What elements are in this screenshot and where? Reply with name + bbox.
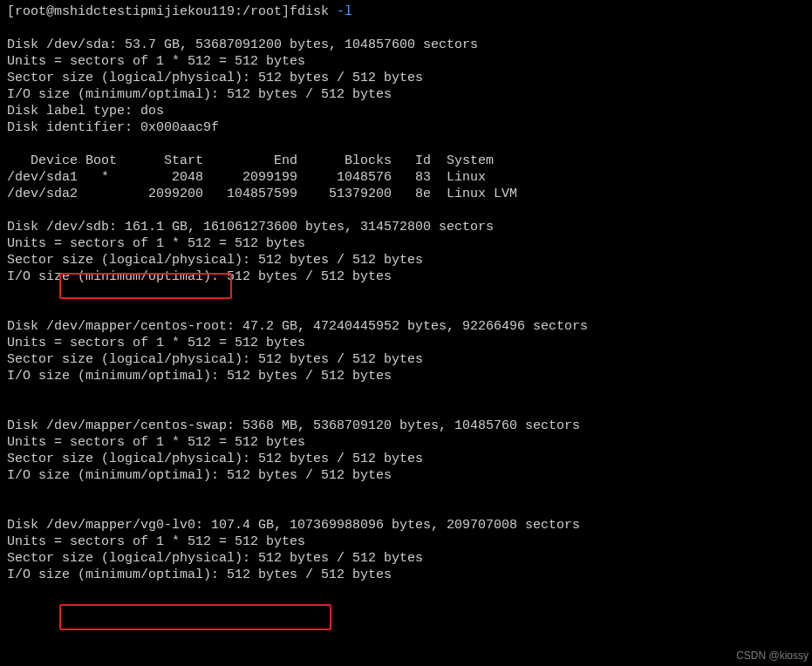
disk-sdb-units: Units = sectors of 1 * 512 = 512 bytes bbox=[7, 236, 305, 251]
shell-prompt: [root@mshidctestipmijiekou119:/root] bbox=[7, 4, 290, 19]
disk-root-sector: Sector size (logical/physical): 512 byte… bbox=[7, 352, 423, 367]
prompt-line: [root@mshidctestipmijiekou119:/root]fdis… bbox=[7, 4, 352, 19]
disk-root-units: Units = sectors of 1 * 512 = 512 bytes bbox=[7, 336, 305, 350]
partition-row-2: /dev/sda2 2099200 104857599 51379200 8e … bbox=[7, 187, 517, 201]
disk-swap-io: I/O size (minimum/optimal): 512 bytes / … bbox=[7, 468, 392, 483]
disk-sda-ident: Disk identifier: 0x000aac9f bbox=[7, 120, 219, 135]
disk-sdb-sector: Sector size (logical/physical): 512 byte… bbox=[7, 253, 423, 268]
partition-table-header: Device Boot Start End Blocks Id System bbox=[7, 153, 494, 168]
disk-swap-sector: Sector size (logical/physical): 512 byte… bbox=[7, 452, 423, 466]
disk-root-header: Disk /dev/mapper/centos-root: 47.2 GB, 4… bbox=[7, 319, 588, 334]
disk-vg0-sector: Sector size (logical/physical): 512 byte… bbox=[7, 551, 423, 566]
disk-sdb-io: I/O size (minimum/optimal): 512 bytes / … bbox=[7, 269, 392, 284]
disk-root-io: I/O size (minimum/optimal): 512 bytes / … bbox=[7, 369, 392, 384]
disk-sdb-header: Disk /dev/sdb: 161.1 GB, 161061273600 by… bbox=[7, 220, 494, 234]
disk-swap-units: Units = sectors of 1 * 512 = 512 bytes bbox=[7, 435, 305, 450]
disk-vg0-io: I/O size (minimum/optimal): 512 bytes / … bbox=[7, 567, 392, 582]
highlight-annotation-vg0 bbox=[59, 604, 331, 630]
disk-sda-sector: Sector size (logical/physical): 512 byte… bbox=[7, 71, 423, 85]
disk-vg0-units: Units = sectors of 1 * 512 = 512 bytes bbox=[7, 534, 305, 549]
disk-sda-label: Disk label type: dos bbox=[7, 104, 164, 119]
disk-sda-header: Disk /dev/sda: 53.7 GB, 53687091200 byte… bbox=[7, 37, 478, 52]
command-flag: -l bbox=[337, 4, 352, 19]
partition-row-1: /dev/sda1 * 2048 2099199 1048576 83 Linu… bbox=[7, 170, 486, 185]
command: fdisk bbox=[290, 4, 329, 19]
disk-swap-header: Disk /dev/mapper/centos-swap: 5368 MB, 5… bbox=[7, 418, 580, 433]
disk-vg0-header: Disk /dev/mapper/vg0-lv0: 107.4 GB, 1073… bbox=[7, 518, 580, 533]
disk-sda-io: I/O size (minimum/optimal): 512 bytes / … bbox=[7, 87, 392, 102]
watermark: CSDN @kiossy bbox=[736, 648, 809, 664]
disk-sda-units: Units = sectors of 1 * 512 = 512 bytes bbox=[7, 54, 305, 69]
terminal-output[interactable]: [root@mshidctestipmijiekou119:/root]fdis… bbox=[0, 0, 812, 666]
